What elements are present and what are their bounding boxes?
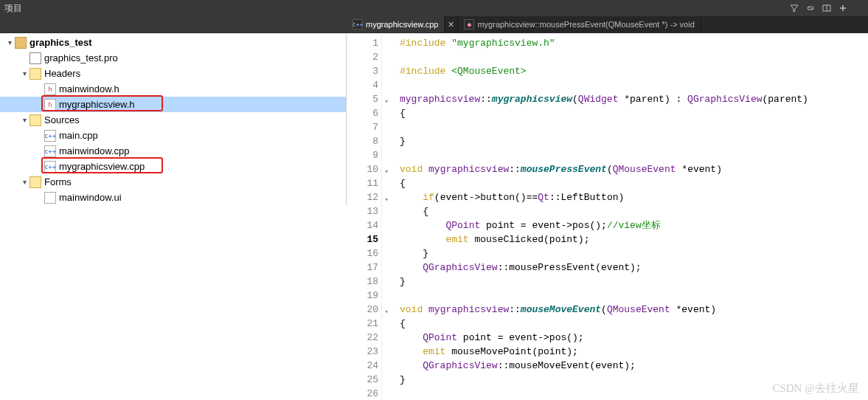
split-icon[interactable] <box>821 2 833 14</box>
editor-tab[interactable]: c++mygraphicsview.cpp <box>347 16 445 32</box>
file-icon: ● <box>464 19 474 30</box>
cpp-icon: c++ <box>44 161 56 173</box>
tab-label: mygraphicsview.cpp <box>366 20 438 29</box>
line-number[interactable]: 26 <box>347 387 380 400</box>
tree-label: Forms <box>44 176 72 187</box>
code-line[interactable] <box>400 387 868 400</box>
close-icon[interactable]: ✕ <box>448 20 454 30</box>
code-line[interactable]: { <box>400 176 868 190</box>
tree-label: main.cpp <box>59 130 98 141</box>
tree-label: mainwindow.ui <box>59 192 122 203</box>
line-number[interactable]: 3 <box>347 64 380 78</box>
line-number[interactable]: 21 <box>347 317 380 331</box>
tree-item[interactable]: c++mainwindow.cpp <box>0 143 346 159</box>
editor-tab[interactable]: ✕ <box>445 16 458 32</box>
tree-item[interactable]: c++mygraphicsview.cpp <box>0 159 346 174</box>
code-line[interactable]: } <box>400 275 868 289</box>
code-content[interactable]: #include "mygraphicsview.h" #include <QM… <box>382 33 868 400</box>
code-line[interactable] <box>400 78 868 92</box>
line-number[interactable]: 23 <box>347 345 380 359</box>
tree-item[interactable]: ▾graphics_test <box>0 35 346 50</box>
line-number[interactable]: 13 <box>347 204 380 218</box>
cpp-icon: c++ <box>44 145 56 157</box>
code-line[interactable]: #include "mygraphicsview.h" <box>400 36 868 50</box>
code-line[interactable]: #include <QMouseEvent> <box>400 64 868 78</box>
chevron-icon[interactable]: ▾ <box>19 178 29 186</box>
code-line[interactable]: } <box>400 134 868 148</box>
code-line[interactable]: if(event->button()==Qt::LeftButton) <box>400 190 868 204</box>
line-number[interactable]: 14 <box>347 218 380 232</box>
line-number[interactable]: 8 <box>347 134 380 148</box>
folder-icon <box>29 114 41 126</box>
code-line[interactable]: { <box>400 204 868 218</box>
line-number[interactable]: 22 <box>347 331 380 345</box>
chevron-icon[interactable]: ▾ <box>19 69 29 77</box>
code-line[interactable] <box>400 148 868 162</box>
tree-label: mygraphicsview.h <box>59 99 135 110</box>
code-line[interactable]: QPoint point = event->pos(); <box>400 331 868 345</box>
fold-icon[interactable]: ▾ <box>385 95 389 109</box>
code-line[interactable]: QGraphicsView::mousePressEvent(event); <box>400 261 868 275</box>
code-line[interactable]: emit mouseMovePoint(point); <box>400 345 868 359</box>
line-number[interactable]: 12▾ <box>347 190 380 204</box>
code-editor[interactable]: 12345▾678910▾1112▾1314151617181920▾21222… <box>347 33 868 400</box>
h-icon: h <box>44 83 56 95</box>
code-line[interactable] <box>400 50 868 64</box>
code-line[interactable] <box>400 289 868 303</box>
toolbar-spacer <box>22 2 849 14</box>
code-line[interactable]: void mygraphicsview::mousePressEvent(QMo… <box>400 162 868 176</box>
tree-item[interactable]: hmygraphicsview.h <box>0 97 346 112</box>
tree-item[interactable]: ▾Sources <box>0 112 346 128</box>
line-number[interactable]: 18 <box>347 275 380 289</box>
fold-icon[interactable]: ▾ <box>385 306 389 320</box>
line-number[interactable]: 11 <box>347 176 380 190</box>
line-number[interactable]: 17 <box>347 261 380 275</box>
code-line[interactable]: mygraphicsview::mygraphicsview(QWidget *… <box>400 92 868 106</box>
line-number[interactable]: 9 <box>347 148 380 162</box>
tree-label: graphics_test <box>29 37 92 48</box>
line-number[interactable]: 15 <box>347 232 380 246</box>
line-number[interactable]: 2 <box>347 50 380 64</box>
folder-icon <box>29 68 41 80</box>
line-number[interactable]: 7 <box>347 120 380 134</box>
line-number[interactable]: 4 <box>347 78 380 92</box>
add-icon[interactable] <box>837 2 849 14</box>
line-number[interactable]: 24 <box>347 359 380 373</box>
tree-item[interactable]: ▾Forms <box>0 174 346 190</box>
project-tree[interactable]: ▾graphics_testgraphics_test.pro▾Headersh… <box>0 33 347 205</box>
tree-item[interactable]: mainwindow.ui <box>0 190 346 205</box>
fold-icon[interactable]: ▾ <box>385 193 389 207</box>
line-number[interactable]: 1 <box>347 36 380 50</box>
code-line[interactable]: void mygraphicsview::mouseMoveEvent(QMou… <box>400 303 868 317</box>
code-line[interactable]: { <box>400 317 868 331</box>
filter-icon[interactable] <box>788 2 800 14</box>
code-line[interactable]: QPoint point = event->pos();//view坐标 <box>400 218 868 232</box>
line-number[interactable]: 10▾ <box>347 162 380 176</box>
editor-tab[interactable]: ●mygraphicsview::mousePressEvent(QMouseE… <box>458 16 701 32</box>
code-line[interactable] <box>400 120 868 134</box>
chevron-icon[interactable]: ▾ <box>19 116 29 124</box>
link-icon[interactable] <box>805 2 816 14</box>
code-line[interactable]: } <box>400 246 868 261</box>
fold-icon[interactable]: ▾ <box>385 165 389 179</box>
tree-item[interactable]: c++main.cpp <box>0 128 346 143</box>
line-number[interactable]: 6 <box>347 106 380 120</box>
tree-item[interactable]: ▾Headers <box>0 66 346 81</box>
line-gutter[interactable]: 12345▾678910▾1112▾1314151617181920▾21222… <box>347 33 382 400</box>
code-line[interactable]: } <box>400 373 868 387</box>
h-icon: h <box>44 99 56 111</box>
tree-item[interactable]: hmainwindow.h <box>0 81 346 97</box>
code-line[interactable]: QGraphicsView::mouseMoveEvent(event); <box>400 359 868 373</box>
chevron-icon[interactable]: ▾ <box>4 38 15 46</box>
line-number[interactable]: 20▾ <box>347 303 380 317</box>
tree-item[interactable]: graphics_test.pro <box>0 50 346 66</box>
line-number[interactable]: 25 <box>347 373 380 387</box>
line-number[interactable]: 5▾ <box>347 92 380 106</box>
code-line[interactable]: emit mouseClicked(point); <box>400 232 868 246</box>
line-number[interactable]: 19 <box>347 289 380 303</box>
editor-tabs: c++mygraphicsview.cpp✕●mygraphicsview::m… <box>0 16 868 32</box>
code-line[interactable]: { <box>400 106 868 120</box>
tree-label: Sources <box>44 114 80 125</box>
cpp-icon: c++ <box>44 130 56 142</box>
line-number[interactable]: 16 <box>347 246 380 261</box>
